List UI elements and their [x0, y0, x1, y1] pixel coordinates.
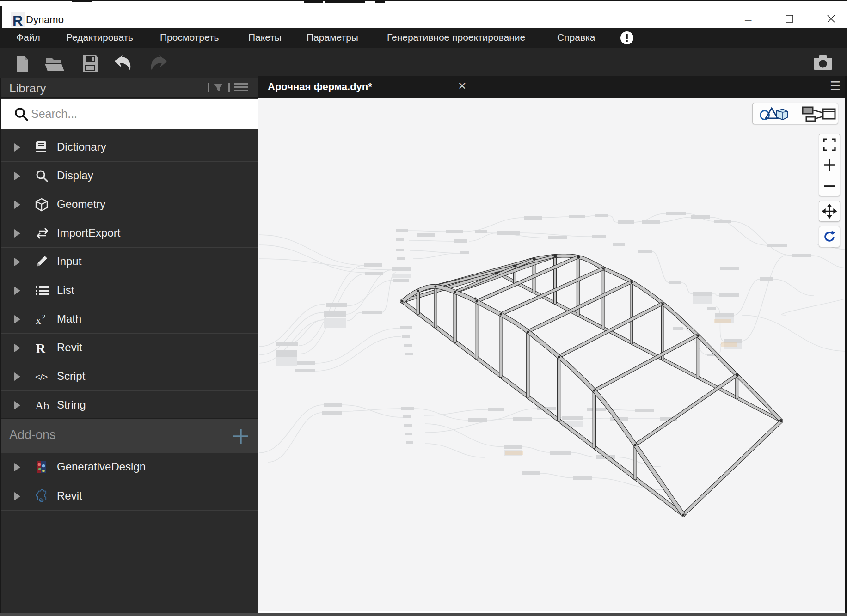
svg-text:R: R: [36, 341, 46, 355]
svg-text:R: R: [12, 13, 23, 28]
svg-text:Ab: Ab: [35, 399, 49, 412]
svg-text:2: 2: [42, 313, 46, 321]
svg-text:</>: </>: [35, 372, 48, 382]
svg-text:x: x: [36, 314, 41, 326]
